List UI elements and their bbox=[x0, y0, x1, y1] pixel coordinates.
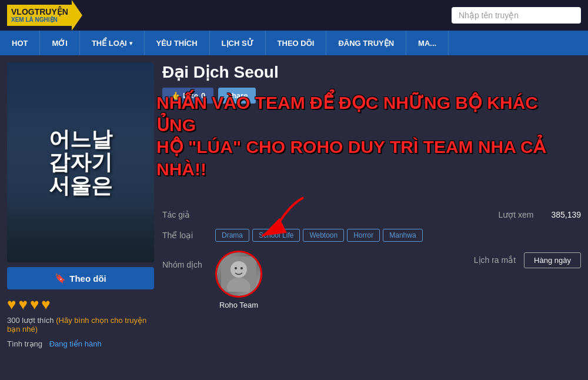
left-column: ROHO TEAM VLOGTRUYỆN 어느날갑자기서울은 🔖 Theo dõ… bbox=[7, 62, 154, 373]
nav-hot[interactable]: HOT bbox=[0, 31, 40, 55]
nav-bar: HOT MỚI THỂ LOẠI ▾ YÊU THÍCH LỊCH SỬ THE… bbox=[0, 31, 588, 55]
group-avatar-wrap: Roho Team bbox=[215, 251, 262, 309]
group-name: Roho Team bbox=[219, 301, 258, 309]
cover-korean-text: 어느날갑자기서울은 bbox=[49, 128, 112, 198]
thumbsup-icon: 👍 bbox=[171, 91, 180, 100]
tag-manhwa[interactable]: Manhwa bbox=[383, 229, 422, 242]
avatar-svg bbox=[221, 256, 256, 292]
svg-point-4 bbox=[240, 267, 243, 269]
right-column: Đại Dịch Seoul 👍 Like 0 Share NHẤN VÀO T… bbox=[162, 62, 581, 373]
heart-1[interactable]: ♥ bbox=[7, 295, 16, 314]
group-avatar-image bbox=[217, 252, 260, 296]
tac-gia-label: Tác giả bbox=[162, 205, 190, 224]
chevron-down-icon: ▾ bbox=[129, 40, 132, 46]
tinh-trang-label: Tình trạng bbox=[7, 339, 42, 348]
luot-xem-value: 385,139 bbox=[551, 210, 581, 219]
nav-moi[interactable]: MỚI bbox=[40, 31, 79, 55]
manga-title: Đại Dịch Seoul bbox=[162, 62, 581, 82]
nav-more[interactable]: MA... bbox=[406, 31, 449, 55]
group-circle[interactable] bbox=[215, 251, 262, 298]
hearts-row: ♥ ♥ ♥ ♥ bbox=[7, 295, 154, 314]
like-count: 300 lượt thích (Hãy bình chọn cho truyện… bbox=[7, 316, 154, 334]
nhom-dich-row: Nhóm dịch bbox=[162, 251, 581, 309]
nav-the-loai[interactable]: THỂ LOẠI ▾ bbox=[80, 31, 145, 55]
like-button[interactable]: 👍 Like 0 bbox=[162, 88, 213, 104]
search-input[interactable]: Nhập tên truyện bbox=[452, 7, 581, 24]
follow-label: Theo dõi bbox=[69, 274, 106, 284]
main-content: ROHO TEAM VLOGTRUYỆN 어느날갑자기서울은 🔖 Theo dõ… bbox=[0, 55, 588, 380]
share-button[interactable]: Share bbox=[218, 88, 256, 104]
status-row: Tình trạng Đang tiến hành bbox=[7, 339, 154, 348]
heart-3[interactable]: ♥ bbox=[30, 295, 39, 314]
nhom-dich-label: Nhóm dịch bbox=[162, 255, 209, 274]
tag-horror[interactable]: Horror bbox=[347, 229, 380, 242]
the-loai-label: Thể loại bbox=[162, 226, 209, 245]
bookmark-icon: 🔖 bbox=[55, 273, 66, 284]
hang-ngay-button[interactable]: Hàng ngày bbox=[524, 252, 581, 268]
tinh-trang-value: Đang tiến hành bbox=[49, 339, 102, 348]
logo-line2: XEM LÀ NGHIỆN bbox=[11, 16, 68, 24]
overlay-promo-text: NHẤN VÀO TEAM ĐỂ ĐỌC NHỮNG BỘ KHÁC ỦNG H… bbox=[156, 92, 581, 180]
logo: VLOGTRUYỆN XEM LÀ NGHIỆN bbox=[7, 0, 82, 31]
header: VLOGTRUYỆN XEM LÀ NGHIỆN Nhập tên truyện bbox=[0, 0, 588, 31]
logo-line1: VLOGTRUYỆN bbox=[11, 7, 68, 17]
info-section: Tác giả Lượt xem 385,139 Thể loại Drama … bbox=[162, 209, 581, 309]
nav-theo-doi[interactable]: THEO DÕI bbox=[266, 31, 327, 55]
heart-2[interactable]: ♥ bbox=[18, 295, 27, 314]
the-loai-row: Thể loại Drama School Life Webtoon Horro… bbox=[162, 226, 581, 245]
follow-button[interactable]: 🔖 Theo dõi bbox=[7, 267, 154, 289]
lich-ra-mat-section: Lịch ra mắt Hàng ngày bbox=[474, 251, 581, 269]
logo-triangle bbox=[72, 0, 82, 31]
lich-ra-mat-label: Lịch ra mắt bbox=[474, 251, 516, 269]
tac-gia-row: Tác giả Lượt xem 385,139 bbox=[162, 209, 581, 220]
nav-dang-truyen[interactable]: ĐĂNG TRUYỆN bbox=[326, 31, 406, 55]
action-buttons: 👍 Like 0 Share bbox=[162, 88, 581, 104]
svg-point-3 bbox=[235, 267, 237, 269]
nav-yeu-thich[interactable]: YÊU THÍCH bbox=[145, 31, 210, 55]
logo-box: VLOGTRUYỆN XEM LÀ NGHIỆN bbox=[7, 5, 72, 26]
luot-xem-label: Lượt xem bbox=[498, 210, 533, 219]
red-arrow-icon bbox=[245, 192, 315, 251]
svg-point-1 bbox=[230, 261, 247, 278]
nav-lich-su[interactable]: LỊCH SỬ bbox=[210, 31, 266, 55]
heart-4[interactable]: ♥ bbox=[41, 295, 50, 314]
cover-image: ROHO TEAM VLOGTRUYỆN 어느날갑자기서울은 bbox=[7, 62, 154, 262]
